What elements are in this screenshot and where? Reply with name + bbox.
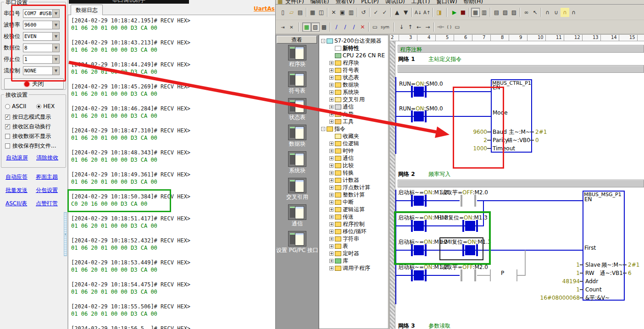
tree-expand-icon[interactable]: +	[329, 112, 333, 116]
tree-node[interactable]: + 库	[319, 257, 388, 264]
tree-expand-icon[interactable]: +	[329, 252, 333, 256]
tree-node[interactable]: + 字符串	[319, 235, 388, 242]
clear-bookmark-button[interactable]: ✕	[287, 22, 296, 32]
nav-communications[interactable]: 通信	[276, 204, 319, 227]
tree-expand-icon[interactable]: +	[329, 178, 333, 182]
stop-button[interactable]: ■	[459, 8, 467, 17]
program-status-button[interactable]: ▦	[471, 8, 480, 17]
tree-expand-icon[interactable]: +	[329, 186, 333, 190]
menu-window[interactable]: 窗口(W)	[436, 0, 457, 5]
radio-hex[interactable]: HEX	[36, 103, 55, 110]
open-file-button[interactable]: ▱	[287, 8, 296, 17]
contact-energized[interactable]	[462, 220, 478, 232]
pause-chart-status-button[interactable]: ▧	[501, 8, 510, 17]
view-stl-button[interactable]: ▧	[311, 22, 320, 32]
tree-node[interactable]: - S7-200台达变频器	[319, 37, 388, 44]
download-button[interactable]: ▼	[401, 8, 410, 17]
tree-expand-icon[interactable]: +	[329, 120, 333, 124]
read-all-forced-button[interactable]: ∩	[569, 8, 578, 17]
tree-node[interactable]: + 程序控制	[319, 220, 388, 228]
parity-select[interactable]: EVEN ▼	[23, 32, 60, 41]
tree-node[interactable]: + 逻辑运算	[319, 206, 388, 213]
network1-comment-bar[interactable]	[398, 65, 644, 73]
nav-set-pg-pc-interface[interactable]: 设置 PG/PC 接口	[276, 231, 319, 253]
edit-network-button[interactable]: ∕	[350, 22, 358, 32]
stop-chart-status-button[interactable]: ▨	[510, 8, 518, 17]
tree-node[interactable]: + 通信	[319, 103, 388, 110]
tree-expand-icon[interactable]: -	[321, 39, 325, 43]
chk-autowrap[interactable]: 接收区自动换行	[1, 122, 66, 132]
sidebar-collapse-handle[interactable]: ‹	[64, 212, 67, 256]
port-select[interactable]: COM7 #USB ▼	[23, 9, 60, 18]
link-batch-send[interactable]: 批量发送	[6, 186, 36, 197]
tree-node[interactable]: CPU 226 CN RE	[319, 52, 388, 59]
link-ascii-table[interactable]: ASCII/表	[6, 200, 36, 210]
tree-expand-icon[interactable]: +	[329, 200, 333, 204]
line-down-button[interactable]: ↓	[397, 22, 406, 32]
view-lad-button[interactable]: ▦	[302, 22, 311, 32]
address-toggle-button[interactable]: ▭	[371, 22, 379, 32]
flowctrl-select[interactable]: NONE ▼	[23, 66, 60, 75]
tree-node[interactable]: + 通信	[319, 154, 388, 162]
tree-expand-icon[interactable]	[329, 54, 333, 58]
tree-expand-icon[interactable]: +	[329, 215, 333, 219]
chevron-down-icon[interactable]: ▼	[52, 10, 59, 17]
baud-select[interactable]: 9600 ▼	[23, 21, 60, 29]
contact-energized[interactable]	[411, 269, 427, 281]
nav-system-block[interactable]: 系统块	[276, 151, 319, 174]
tree-node[interactable]: + 传送	[319, 213, 388, 220]
tree-node[interactable]: + 时钟	[319, 147, 388, 154]
tree-node[interactable]: + 转换	[319, 169, 388, 176]
tree-node[interactable]: + 位逻辑	[319, 140, 388, 147]
insert-coil-button[interactable]: ( )	[445, 22, 453, 32]
tree-expand-icon[interactable]: +	[329, 61, 333, 65]
menu-file[interactable]: 文件(F)	[285, 0, 304, 5]
tree-node[interactable]: + 工具	[319, 118, 388, 125]
upload-button[interactable]: ▲	[393, 8, 401, 17]
positive-edge-contact[interactable]: P	[501, 270, 504, 276]
contact-deenergized[interactable]	[461, 195, 476, 207]
navbar-header[interactable]: 查看	[277, 36, 317, 44]
force-button[interactable]: ∩	[543, 8, 552, 17]
contact-energized[interactable]	[411, 110, 427, 122]
link-like-reward[interactable]: 点赞打赏	[36, 200, 66, 210]
view-table-button[interactable]: ▩	[320, 22, 328, 32]
nav-symbol-table[interactable]: 符号表	[276, 71, 319, 94]
tree-node[interactable]: + 计数器	[319, 176, 388, 184]
append-network-button[interactable]: ∕	[341, 22, 350, 32]
tree-node[interactable]: + 表	[319, 242, 388, 250]
link-clear-recv[interactable]: 清除接收	[36, 154, 58, 162]
tree-node[interactable]: + 程序块	[319, 59, 388, 66]
insert-network-button[interactable]: ∕	[332, 22, 341, 32]
tab-data-log[interactable]: 数据日志	[71, 5, 103, 15]
cut-button[interactable]: ✕	[329, 8, 338, 17]
tree-expand-icon[interactable]: +	[329, 105, 333, 109]
tree-expand-icon[interactable]: +	[329, 171, 333, 175]
insert-contact-button[interactable]: ⊣⊢	[436, 22, 446, 32]
compile-all-button[interactable]: ✓	[380, 8, 389, 17]
contact-energized[interactable]	[462, 244, 478, 256]
chevron-down-icon[interactable]: ▼	[52, 44, 59, 52]
force-all-button[interactable]: ∩	[561, 8, 569, 17]
line-left-button[interactable]: ←	[415, 22, 423, 32]
menu-tools[interactable]: 工具(T)	[411, 0, 430, 5]
tree-node[interactable]: + 数据块	[319, 81, 388, 88]
goto-bookmark-button[interactable]: ⇥	[278, 22, 287, 32]
tree-node[interactable]: + 定时器	[319, 250, 388, 257]
undo-button[interactable]: ↺	[359, 8, 368, 17]
tree-expand-icon[interactable]: +	[329, 149, 333, 153]
menu-plc[interactable]: PLC(P)	[361, 0, 379, 5]
contact-energized[interactable]	[411, 220, 427, 232]
tree-expand-icon[interactable]: +	[329, 259, 333, 263]
link-packet-settings[interactable]: 分包设置	[36, 186, 66, 197]
tree-node[interactable]: + 交叉引用	[319, 96, 388, 103]
program-comment-bar[interactable]: 程序注释	[398, 45, 644, 53]
contact-deenergized[interactable]	[461, 269, 476, 281]
nav-status-chart[interactable]: 状态表	[276, 98, 319, 121]
chk-save-file[interactable]: 接收保存到文件...	[1, 141, 66, 151]
sort-descending-button[interactable]: A↑	[422, 8, 431, 17]
menu-debug[interactable]: 调试(D)	[385, 0, 405, 5]
new-file-button[interactable]: ▯	[278, 8, 287, 17]
tree-expand-icon[interactable]: +	[329, 76, 333, 80]
tree-node[interactable]: + 系统块	[319, 88, 388, 96]
